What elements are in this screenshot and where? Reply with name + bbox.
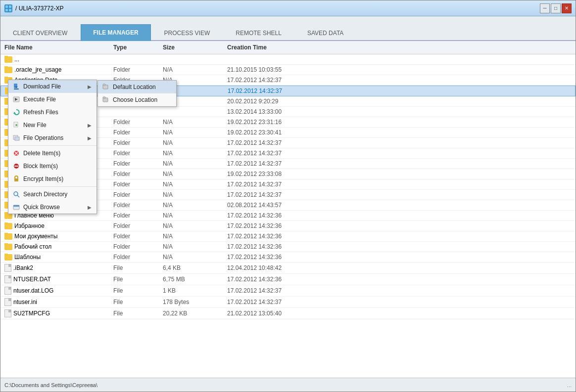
file-name-cell: .oracle_jre_usage [4,66,113,73]
file-time: 20.02.2012 9:20:29 [227,98,572,105]
file-type: Folder [113,254,163,261]
table-row[interactable]: SU2TMPCFGFile20,22 KB21.02.2012 13:05:40 [0,308,576,319]
file-time: 21.10.2015 10:03:55 [227,66,572,73]
file-size: N/A [163,243,227,250]
file-icon [4,298,11,306]
file-time: 02.08.2012 14:43:57 [227,202,572,209]
ctx-encrypt-items[interactable]: Encrypt Item(s) [8,173,96,185]
title-bar: / ULIA-373772-XP ─ □ ✕ [0,0,576,16]
sub-default-location[interactable]: Default Location [98,81,176,93]
file-size: 20,22 KB [163,310,227,317]
ctx-delete-items[interactable]: Delete Item(s) [8,147,96,160]
search-icon [12,190,20,198]
ctx-download-file[interactable]: Download File ▶ Default Location [8,80,96,93]
svg-rect-14 [14,122,18,127]
ctx-search-directory[interactable]: Search Directory [8,188,96,201]
svg-rect-6 [14,88,19,89]
table-row[interactable]: ИзбранноеFolderN/A17.02.2012 14:32:36 [0,221,576,231]
sub-choose-location[interactable]: Choose Location [98,93,176,106]
file-name-cell: .iBank2 [4,264,113,272]
ctx-block-items[interactable]: Block Item(s) [8,160,96,173]
sub-choose-label: Choose Location [113,96,157,103]
file-time: 21.02.2012 13:05:40 [227,310,572,317]
svg-rect-8 [103,84,105,86]
file-size: N/A [163,171,227,177]
tab-remote-shell[interactable]: REMOTE SHELL [223,24,294,41]
execute-icon [12,95,20,103]
tab-saved-data[interactable]: SAVED DATA [295,24,356,41]
file-name: ntuser.ini [13,299,37,305]
file-type: Folder [113,171,163,177]
ctx-file-ops-label: File Operations [23,134,63,141]
title-bar-title: / ULIA-373772-XP [15,5,63,12]
svg-rect-28 [13,205,19,207]
file-type: Folder [113,119,163,126]
file-time: 17.02.2012 14:32:37 [227,139,572,146]
delete-icon [12,149,20,157]
svg-rect-10 [103,97,105,98]
table-row[interactable]: ШаблоныFolderN/A17.02.2012 14:32:36 [0,252,576,262]
file-type: Folder [113,233,163,240]
svg-rect-18 [15,137,19,140]
tab-process-view[interactable]: PROCESS VIEW [152,24,223,41]
ctx-separator-2 [8,186,96,187]
ctx-refresh-files[interactable]: Refresh Files [8,106,96,119]
table-row[interactable]: ntuser.iniFile178 Bytes17.02.2012 14:32:… [0,297,576,308]
file-name-cell: Рабочий стол [4,243,113,250]
title-bar-left: / ULIA-373772-XP [4,4,63,12]
file-time: 17.02.2012 14:32:37 [227,150,572,157]
file-type: File [113,276,163,283]
table-row[interactable]: Рабочий столFolderN/A17.02.2012 14:32:36 [0,242,576,252]
file-time: 17.02.2012 14:32:37 [227,77,572,84]
table-row[interactable]: .oracle_jre_usageFolderN/A21.10.2015 10:… [0,65,576,75]
file-size: N/A [163,150,227,157]
file-time: 17.02.2012 14:32:36 [227,243,572,250]
folder-icon [4,56,12,63]
ctx-quick-browse[interactable]: Quick Browse ▶ [8,201,96,214]
encrypt-icon [12,175,20,183]
minimize-button[interactable]: ─ [540,3,550,13]
app-icon [4,4,12,12]
file-type: Folder [113,243,163,250]
file-time: 17.02.2012 14:32:36 [227,276,572,283]
tab-bar: CLIENT OVERVIEW FILE MANAGER PROCESS VIE… [0,16,576,41]
file-name: Избранное [14,222,45,229]
table-row[interactable]: .iBank2File6,4 KB12.04.2012 10:48:42 [0,262,576,274]
new-file-icon [12,121,20,129]
ctx-download-arrow: ▶ [88,84,92,89]
file-icon [4,309,11,317]
svg-point-25 [14,192,18,196]
folder-icon [4,244,12,250]
file-size: N/A [163,139,227,146]
main-content: File Name Type Size Creation Time ....or… [0,41,576,392]
col-header-name: File Name [4,44,113,51]
table-row[interactable]: ntuser.dat.LOGFile1 KB17.02.2012 14:32:3… [0,285,576,297]
file-time: 17.02.2012 14:32:36 [227,222,572,229]
sub-default-label: Default Location [113,84,156,90]
ctx-new-file[interactable]: New File ▶ [8,119,96,131]
file-name-cell: ntuser.ini [4,298,113,306]
tab-client-overview[interactable]: CLIENT OVERVIEW [0,24,80,41]
file-time: 17.02.2012 14:32:37 [227,191,572,198]
ctx-refresh-label: Refresh Files [23,109,58,116]
svg-rect-1 [9,5,11,8]
file-time: 17.02.2012 14:32:37 [227,160,572,167]
table-row[interactable]: NTUSER.DATFile6,75 MB17.02.2012 14:32:36 [0,274,576,285]
ctx-file-operations[interactable]: File Operations ▶ [8,131,96,144]
file-size: N/A [163,119,227,126]
file-type: File [113,299,163,305]
folder-icon [4,254,12,261]
tab-file-manager[interactable]: FILE MANAGER [81,24,150,41]
ctx-block-label: Block Item(s) [23,163,58,170]
table-row[interactable]: Мои документыFolderN/A17.02.2012 14:32:3… [0,231,576,242]
maximize-button[interactable]: □ [551,3,561,13]
download-icon [12,83,20,90]
ctx-execute-file[interactable]: Execute File [8,93,96,106]
ctx-browse-arrow: ▶ [88,205,92,210]
file-name: ntuser.dat.LOG [13,287,53,294]
file-time: 19.02.2012 23:33:08 [227,171,572,177]
status-path: C:\Documents and Settings\Сергеева\ [4,382,567,388]
table-row[interactable]: ... [0,54,576,65]
sub-choose-icon [102,96,110,104]
close-button[interactable]: ✕ [562,3,572,13]
